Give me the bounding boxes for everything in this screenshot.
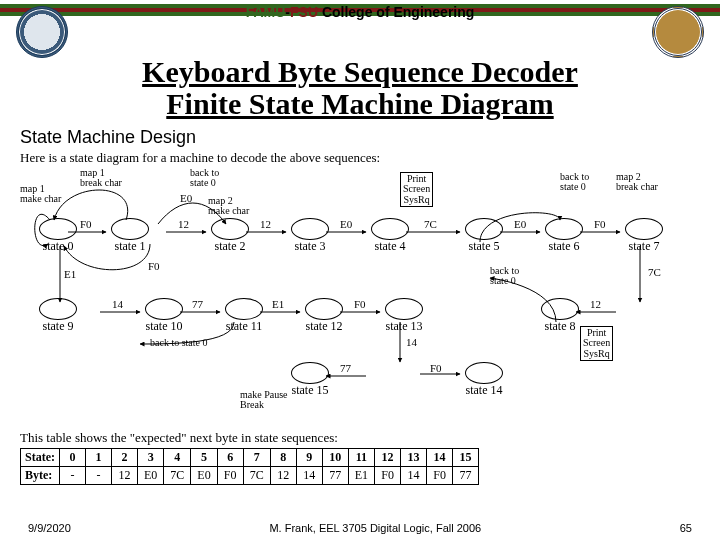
edge-11-12: E1 bbox=[272, 298, 284, 310]
td-b8: 12 bbox=[270, 466, 296, 484]
state-0: state 0 bbox=[34, 218, 82, 253]
td-b15: 77 bbox=[453, 466, 479, 484]
state-3-label: state 3 bbox=[286, 240, 334, 253]
td-b7: 7C bbox=[243, 466, 270, 484]
state-4-label: state 4 bbox=[366, 240, 414, 253]
th-s9: 9 bbox=[296, 448, 322, 466]
td-b1: - bbox=[86, 466, 112, 484]
byte-table: State: 0 1 2 3 4 5 6 7 8 9 10 11 12 13 1… bbox=[20, 448, 479, 485]
state-14: state 14 bbox=[460, 362, 508, 397]
edge-2-0: F0 bbox=[148, 260, 160, 272]
state-1-label: state 1 bbox=[106, 240, 154, 253]
table-header-state: State: bbox=[21, 448, 60, 466]
state-7: state 7 bbox=[620, 218, 668, 253]
edge-0-9: E1 bbox=[64, 268, 76, 280]
state-1: state 1 bbox=[106, 218, 154, 253]
td-b0: - bbox=[60, 466, 86, 484]
th-s13: 13 bbox=[401, 448, 427, 466]
edge-6-7: F0 bbox=[594, 218, 606, 230]
table-intro: This table shows the "expected" next byt… bbox=[20, 430, 700, 446]
th-s3: 3 bbox=[138, 448, 164, 466]
th-s8: 8 bbox=[270, 448, 296, 466]
slide-footer: 9/9/2020 M. Frank, EEL 3705 Digital Logi… bbox=[0, 522, 720, 534]
edge-4-5: 7C bbox=[424, 218, 437, 230]
box-print-screen-2: Print Screen SysRq bbox=[580, 326, 613, 362]
td-b13: 14 bbox=[401, 466, 427, 484]
footer-date: 9/9/2020 bbox=[28, 522, 71, 534]
header-title: FAMU-FSU College of Engineering bbox=[246, 4, 475, 20]
td-b9: 14 bbox=[296, 466, 322, 484]
edge-8-12: 12 bbox=[590, 298, 601, 310]
th-s10: 10 bbox=[322, 448, 348, 466]
footer-credit: M. Frank, EEL 3705 Digital Logic, Fall 2… bbox=[269, 522, 481, 534]
edge-7-8: 7C bbox=[648, 266, 661, 278]
th-s5: 5 bbox=[191, 448, 217, 466]
section-subtitle: State Machine Design bbox=[20, 127, 720, 148]
header-rest: College of Engineering bbox=[318, 4, 474, 20]
state-12-label: state 12 bbox=[300, 320, 348, 333]
table-header-byte: Byte: bbox=[21, 466, 60, 484]
famu-seal-icon bbox=[16, 6, 68, 58]
th-s12: 12 bbox=[375, 448, 401, 466]
state-6: state 6 bbox=[540, 218, 588, 253]
edge-5-6: E0 bbox=[514, 218, 526, 230]
th-s0: 0 bbox=[60, 448, 86, 466]
state-11-label: state 11 bbox=[220, 320, 268, 333]
title-line-2: Finite State Machine Diagram bbox=[166, 87, 553, 120]
state-5: state 5 bbox=[460, 218, 508, 253]
state-9: state 9 bbox=[34, 298, 82, 333]
state-0-label: state 0 bbox=[34, 240, 82, 253]
page-title: Keyboard Byte Sequence Decoder Finite St… bbox=[0, 56, 720, 121]
td-b2: 12 bbox=[112, 466, 138, 484]
th-s7: 7 bbox=[243, 448, 270, 466]
td-b4: 7C bbox=[164, 466, 191, 484]
state-11: state 11 bbox=[220, 298, 268, 333]
edge-9-10: 14 bbox=[112, 298, 123, 310]
state-6-label: state 6 bbox=[540, 240, 588, 253]
state-diagram: state 0 state 1 state 2 state 3 state 4 … bbox=[20, 166, 700, 426]
state-8-label: state 8 bbox=[536, 320, 584, 333]
note-pause: make Pause Break bbox=[240, 390, 288, 411]
state-4: state 4 bbox=[366, 218, 414, 253]
th-s14: 14 bbox=[427, 448, 453, 466]
header-famu: FAMU bbox=[246, 4, 286, 20]
footer-page: 65 bbox=[680, 522, 692, 534]
edge-2-3: 12 bbox=[260, 218, 271, 230]
state-9-label: state 9 bbox=[34, 320, 82, 333]
edge-2-3a: 12 bbox=[178, 218, 189, 230]
td-b14: F0 bbox=[427, 466, 453, 484]
note-back0a: back to state 0 bbox=[190, 168, 219, 189]
state-15: state 15 bbox=[286, 362, 334, 397]
slide-header: FAMU-FSU College of Engineering bbox=[0, 4, 720, 48]
note-map2-break: map 2 break char bbox=[616, 172, 658, 193]
th-s2: 2 bbox=[112, 448, 138, 466]
state-13: state 13 bbox=[380, 298, 428, 333]
fsu-seal-icon bbox=[652, 6, 704, 58]
header-fsu: FSU bbox=[290, 4, 318, 20]
state-8: state 8 bbox=[536, 298, 584, 333]
th-s4: 4 bbox=[164, 448, 191, 466]
th-s1: 1 bbox=[86, 448, 112, 466]
td-b5: E0 bbox=[191, 466, 217, 484]
td-b12: F0 bbox=[375, 466, 401, 484]
state-2-label: state 2 bbox=[206, 240, 254, 253]
state-13-label: state 13 bbox=[380, 320, 428, 333]
edge-3-4: E0 bbox=[340, 218, 352, 230]
note-map1-break: map 1 break char bbox=[80, 168, 122, 189]
state-2: state 2 bbox=[206, 218, 254, 253]
edge-12-13: F0 bbox=[354, 298, 366, 310]
table-row-bytes: Byte: - - 12 E0 7C E0 F0 7C 12 14 77 E1 … bbox=[21, 466, 479, 484]
box-print-screen: Print Screen SysRq bbox=[400, 172, 433, 208]
edge-15-back: 77 bbox=[340, 362, 351, 374]
th-s6: 6 bbox=[217, 448, 243, 466]
state-14-label: state 14 bbox=[460, 384, 508, 397]
td-b6: F0 bbox=[217, 466, 243, 484]
state-10-label: state 10 bbox=[140, 320, 188, 333]
note-map1-make: map 1 make char bbox=[20, 184, 61, 205]
th-s11: 11 bbox=[348, 448, 374, 466]
note-map2-make: map 2 make char bbox=[208, 196, 249, 217]
title-line-1: Keyboard Byte Sequence Decoder bbox=[142, 55, 578, 88]
table-row-states: State: 0 1 2 3 4 5 6 7 8 9 10 11 12 13 1… bbox=[21, 448, 479, 466]
edge-14-15b: F0 bbox=[430, 362, 442, 374]
td-b10: 77 bbox=[322, 466, 348, 484]
